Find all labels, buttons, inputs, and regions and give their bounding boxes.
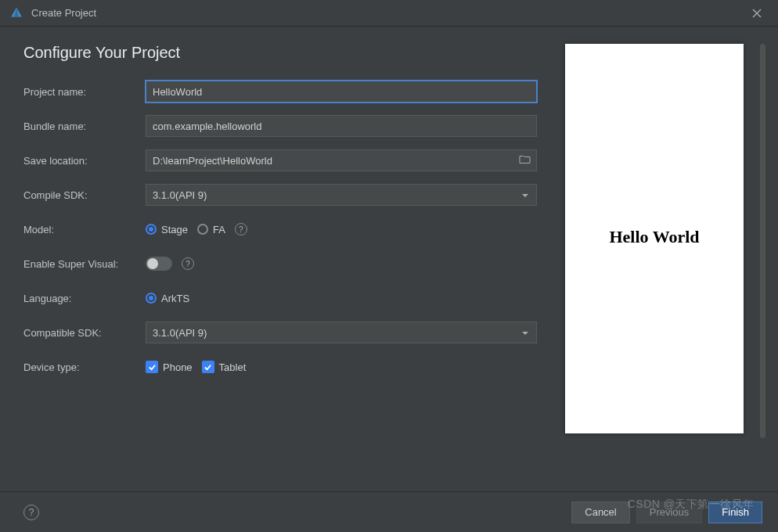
compile-sdk-value: 3.1.0(API 9): [153, 189, 207, 201]
bundle-name-input[interactable]: [146, 115, 537, 137]
window-title: Create Project: [31, 7, 96, 19]
project-name-label: Project name:: [23, 86, 146, 98]
language-radio-arkts[interactable]: ArkTS: [146, 293, 189, 304]
super-visual-label: Enable Super Visual:: [23, 258, 146, 270]
cancel-button[interactable]: Cancel: [571, 501, 629, 523]
footer-help-icon[interactable]: ?: [23, 505, 39, 520]
device-tablet-label: Tablet: [219, 361, 247, 373]
checkmark-icon: [146, 361, 158, 373]
model-radio-fa[interactable]: FA: [197, 224, 225, 235]
bundle-name-label: Bundle name:: [23, 120, 146, 132]
compatible-sdk-select[interactable]: 3.1.0(API 9): [146, 322, 537, 343]
model-fa-label: FA: [213, 224, 225, 235]
model-radio-stage[interactable]: Stage: [146, 224, 188, 235]
cancel-label: Cancel: [585, 506, 616, 518]
save-location-label: Save location:: [23, 155, 146, 167]
page-heading: Configure Your Project: [23, 44, 549, 62]
compatible-sdk-label: Compatible SDK:: [23, 327, 146, 339]
checkmark-icon: [202, 361, 214, 373]
radio-dot-icon: [197, 224, 208, 235]
previous-label: Previous: [650, 506, 690, 518]
device-phone-label: Phone: [163, 361, 193, 373]
super-visual-toggle[interactable]: [146, 257, 172, 271]
language-arkts-label: ArkTS: [161, 293, 189, 304]
save-location-input[interactable]: [146, 149, 537, 171]
language-label: Language:: [23, 293, 146, 304]
model-help-icon[interactable]: ?: [235, 223, 247, 235]
previous-button[interactable]: Previous: [636, 501, 703, 523]
device-type-phone-checkbox[interactable]: Phone: [146, 361, 193, 373]
radio-dot-icon: [146, 293, 157, 304]
model-label: Model:: [23, 224, 146, 235]
preview-text: Hello World: [609, 227, 699, 247]
app-logo-icon: [9, 6, 23, 20]
device-type-tablet-checkbox[interactable]: Tablet: [202, 361, 247, 373]
compatible-sdk-value: 3.1.0(API 9): [153, 327, 207, 339]
super-visual-help-icon[interactable]: ?: [182, 257, 194, 270]
close-button[interactable]: [745, 2, 769, 25]
preview-scrollbar[interactable]: [760, 44, 765, 438]
preview-panel: Hello World: [565, 44, 744, 433]
compile-sdk-label: Compile SDK:: [23, 189, 146, 201]
finish-label: Finish: [722, 506, 749, 518]
radio-dot-icon: [146, 224, 157, 235]
project-name-input[interactable]: [146, 81, 537, 102]
compile-sdk-select[interactable]: 3.1.0(API 9): [146, 184, 537, 206]
model-stage-label: Stage: [161, 224, 188, 235]
device-type-label: Device type:: [23, 361, 146, 373]
finish-button[interactable]: Finish: [708, 501, 762, 523]
